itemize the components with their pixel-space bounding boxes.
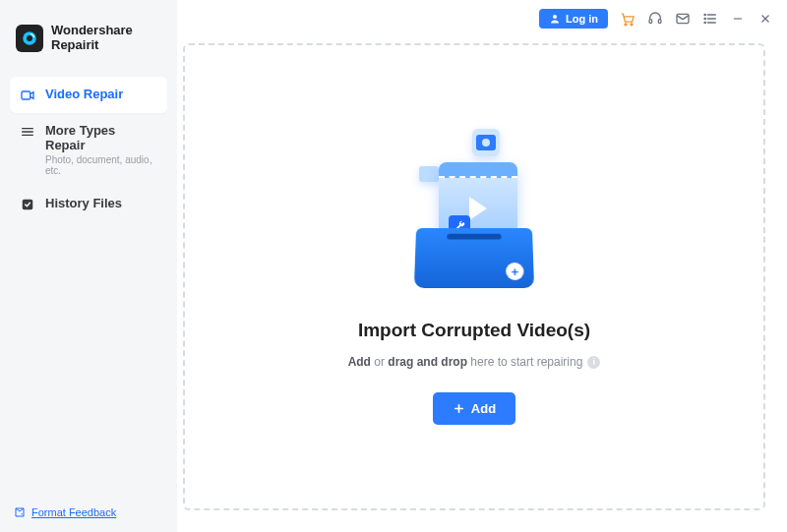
close-button[interactable] bbox=[757, 11, 773, 27]
more-types-icon bbox=[20, 124, 35, 140]
svg-point-9 bbox=[631, 23, 633, 25]
sub-add: Add bbox=[348, 355, 371, 369]
feedback-label: Format Feedback bbox=[31, 506, 116, 518]
brand: Wondershare Repairit bbox=[10, 20, 167, 71]
sidebar-item-label: Video Repair bbox=[45, 87, 123, 101]
dropzone[interactable]: + Import Corrupted Video(s) Add or drag … bbox=[183, 43, 765, 510]
info-icon[interactable]: i bbox=[587, 356, 600, 369]
mail-icon[interactable] bbox=[675, 11, 691, 27]
dropzone-heading: Import Corrupted Video(s) bbox=[358, 320, 590, 341]
svg-rect-10 bbox=[649, 20, 652, 24]
brand-logo bbox=[16, 25, 43, 52]
svg-rect-2 bbox=[22, 91, 30, 99]
format-feedback-link[interactable]: Format Feedback bbox=[14, 506, 163, 518]
menu-icon[interactable] bbox=[702, 11, 718, 27]
sidebar-item-video-repair[interactable]: Video Repair bbox=[10, 77, 167, 113]
sidebar-item-sublabel: Photo, document, audio, etc. bbox=[45, 154, 157, 176]
feedback-icon bbox=[14, 506, 26, 518]
inbox-plus-icon: + bbox=[506, 263, 524, 280]
add-button[interactable]: Add bbox=[433, 392, 515, 425]
login-button[interactable]: Log in bbox=[539, 9, 608, 29]
sidebar-footer: Format Feedback bbox=[10, 501, 167, 520]
sparkle-icon bbox=[386, 129, 395, 139]
sub-or: or bbox=[371, 355, 388, 369]
content: + Import Corrupted Video(s) Add or drag … bbox=[177, 37, 787, 532]
sidebar-item-history[interactable]: History Files bbox=[10, 186, 167, 222]
svg-point-17 bbox=[704, 18, 705, 19]
minimize-button[interactable] bbox=[730, 11, 746, 27]
plus-icon bbox=[453, 402, 465, 415]
sidebar-item-more-types[interactable]: More Types Repair Photo, document, audio… bbox=[10, 113, 167, 186]
sub-drag: drag and drop bbox=[388, 355, 467, 369]
login-label: Log in bbox=[566, 13, 598, 25]
svg-point-16 bbox=[704, 14, 705, 15]
svg-rect-11 bbox=[658, 20, 661, 24]
svg-point-18 bbox=[704, 22, 705, 23]
brand-line2: Repairit bbox=[51, 38, 133, 53]
brand-title: Wondershare Repairit bbox=[51, 24, 133, 53]
camera-chip-icon bbox=[472, 129, 500, 156]
add-button-label: Add bbox=[471, 401, 496, 416]
repairit-logo-icon bbox=[21, 30, 38, 47]
import-illustration: + bbox=[386, 129, 563, 306]
titlebar: Log in bbox=[177, 0, 787, 37]
main-area: Log in bbox=[177, 0, 787, 532]
svg-point-8 bbox=[625, 23, 627, 25]
sub-suffix: here to start repairing bbox=[467, 355, 582, 369]
user-icon bbox=[549, 13, 561, 25]
photo-chip-icon bbox=[419, 166, 439, 182]
dropzone-subtext: Add or drag and drop here to start repai… bbox=[348, 355, 601, 369]
sidebar-item-label: History Files bbox=[45, 196, 122, 210]
support-icon[interactable] bbox=[647, 11, 663, 27]
sidebar: Wondershare Repairit Video Repair bbox=[0, 0, 177, 532]
history-icon bbox=[20, 197, 35, 212]
app-window: Wondershare Repairit Video Repair bbox=[0, 0, 787, 532]
sidebar-nav: Video Repair More Types Repair Photo, do… bbox=[10, 77, 167, 222]
sidebar-item-label: More Types Repair bbox=[45, 123, 157, 152]
inbox-icon: + bbox=[414, 228, 534, 288]
svg-point-1 bbox=[27, 35, 32, 41]
brand-line1: Wondershare bbox=[51, 24, 133, 38]
svg-point-7 bbox=[553, 15, 557, 19]
video-repair-icon bbox=[20, 88, 35, 103]
cart-icon[interactable] bbox=[620, 11, 636, 27]
